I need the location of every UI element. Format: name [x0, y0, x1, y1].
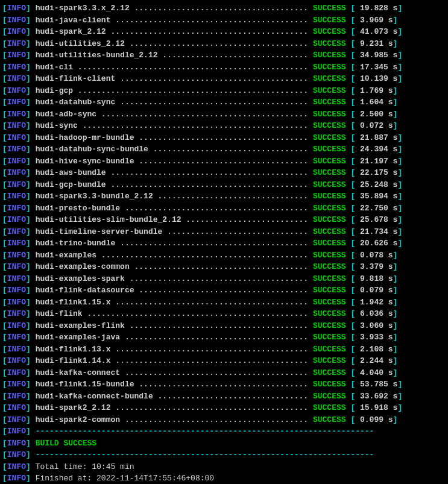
module-line: [INFO] hudi-examples-spark .............…	[2, 273, 446, 285]
module-status: SUCCESS	[313, 380, 346, 389]
module-status: SUCCESS	[313, 192, 346, 201]
module-time: 0.078 s	[355, 251, 393, 260]
module-time: 33.692 s	[355, 392, 397, 401]
module-name: hudi-utilities-slim-bundle_2.12 ........…	[36, 215, 308, 224]
module-time: 2.500 s	[355, 110, 393, 119]
module-name: hudi-trino-bundle ......................…	[36, 239, 308, 248]
module-status: SUCCESS	[313, 86, 346, 95]
module-status: SUCCESS	[313, 4, 346, 13]
module-name: hudi-examples ..........................…	[36, 251, 308, 260]
module-name: hudi-examples-spark ....................…	[36, 274, 308, 283]
module-status: SUCCESS	[313, 356, 346, 365]
module-line: [INFO] hudi-kafka-connect-bundle .......…	[2, 391, 446, 403]
module-status: SUCCESS	[313, 27, 346, 36]
module-line: [INFO] hudi-spark3.3-bundle_2.12 .......…	[2, 190, 446, 203]
module-time: 24.394 s	[355, 145, 397, 154]
module-line: [INFO] hudi-utilities-bundle_2.12 ......…	[2, 49, 446, 61]
module-status: SUCCESS	[313, 16, 346, 25]
module-name: hudi-flink-datasource ..................…	[36, 286, 308, 295]
module-time: 3.933 s	[355, 333, 393, 342]
module-name: hudi-aws-bundle ........................…	[36, 168, 308, 177]
module-line: [INFO] hudi-examples-flink .............…	[2, 320, 446, 332]
module-time: 19.828 s	[355, 4, 397, 13]
module-name: hudi-java-client .......................…	[36, 16, 308, 25]
module-line: [INFO] hudi-gcp ........................…	[2, 85, 446, 97]
module-status: SUCCESS	[313, 121, 346, 130]
module-time: 34.985 s	[355, 51, 397, 60]
module-name: hudi-flink1.15.x .......................…	[36, 298, 308, 307]
module-name: hudi-utilities_2.12 ....................…	[36, 39, 308, 48]
module-name: hudi-cli ...............................…	[36, 63, 308, 72]
module-time: 35.894 s	[355, 192, 397, 201]
module-time: 3.969 s	[355, 16, 393, 25]
module-name: hudi-spark_2.12 ........................…	[36, 27, 308, 36]
module-status: SUCCESS	[313, 286, 346, 295]
maven-build-output: [INFO] hudi-spark3.3.x_2.12 ............…	[2, 2, 446, 484]
module-line: [INFO] hudi-gcp-bundle .................…	[2, 179, 446, 191]
module-time: 25.678 s	[355, 215, 397, 224]
module-status: SUCCESS	[313, 98, 346, 107]
module-line: [INFO] hudi-hadoop-mr-bundle ...........…	[2, 132, 446, 144]
module-time: 21.734 s	[355, 227, 397, 236]
module-status: SUCCESS	[313, 415, 346, 424]
module-name: hudi-flink1.13.x .......................…	[36, 345, 308, 354]
module-line: [INFO] hudi-sync .......................…	[2, 120, 446, 132]
module-name: hudi-kafka-connect-bundle ..............…	[36, 392, 308, 401]
module-status: SUCCESS	[313, 321, 346, 330]
module-name: hudi-examples-flink ....................…	[36, 321, 308, 330]
module-status: SUCCESS	[313, 180, 346, 189]
module-status: SUCCESS	[313, 145, 346, 154]
module-line: [INFO] hudi-datahub-sync ...............…	[2, 96, 446, 108]
module-name: hudi-flink-client ......................…	[36, 74, 308, 83]
module-status: SUCCESS	[313, 345, 346, 354]
module-status: SUCCESS	[313, 298, 346, 307]
module-name: hudi-datahub-sync ......................…	[36, 98, 308, 107]
module-line: [INFO] hudi-spark2_2.12 ................…	[2, 402, 446, 414]
module-time: 3.060 s	[355, 321, 393, 330]
module-time: 6.036 s	[355, 309, 393, 318]
module-time: 1.769 s	[355, 86, 393, 95]
module-status: SUCCESS	[313, 403, 346, 412]
module-time: 17.345 s	[355, 63, 397, 72]
module-status: SUCCESS	[313, 239, 346, 248]
module-status: SUCCESS	[313, 168, 346, 177]
module-time: 3.379 s	[355, 262, 393, 271]
module-line: [INFO] hudi-presto-bundle ..............…	[2, 203, 446, 215]
module-line: [INFO] hudi-flink1.13.x ................…	[2, 344, 446, 356]
module-name: hudi-gcp ...............................…	[36, 86, 308, 95]
module-name: hudi-examples-java .....................…	[36, 333, 308, 342]
module-line: [INFO] hudi-spark3.3.x_2.12 ............…	[2, 2, 446, 14]
module-name: hudi-kafka-connect .....................…	[36, 368, 308, 377]
module-line: [INFO] hudi-spark2-common ..............…	[2, 414, 446, 426]
module-status: SUCCESS	[313, 215, 346, 224]
module-line: [INFO] hudi-timeline-server-bundle .....…	[2, 226, 446, 238]
module-line: [INFO] hudi-flink1.15-bundle ...........…	[2, 379, 446, 391]
finished-at-line: [INFO] Finished at: 2022-11-14T17:55:46+…	[2, 473, 446, 484]
module-status: SUCCESS	[313, 133, 346, 142]
module-name: hudi-spark2_2.12 .......................…	[36, 403, 308, 412]
module-line: [INFO] hudi-flink ......................…	[2, 308, 446, 320]
module-line: [INFO] hudi-utilities_2.12 .............…	[2, 38, 446, 50]
module-line: [INFO] hudi-flink1.14.x ................…	[2, 355, 446, 367]
module-time: 2.108 s	[355, 345, 393, 354]
module-name: hudi-sync ..............................…	[36, 121, 308, 130]
module-time: 15.918 s	[355, 403, 397, 412]
module-line: [INFO] hudi-trino-bundle ...............…	[2, 237, 446, 250]
module-status: SUCCESS	[313, 157, 346, 166]
module-name: hudi-examples-common ...................…	[36, 262, 308, 271]
module-line: [INFO] hudi-utilities-slim-bundle_2.12 .…	[2, 214, 446, 226]
module-name: hudi-timeline-server-bundle ............…	[36, 227, 308, 236]
module-time: 0.079 s	[355, 286, 393, 295]
module-name: hudi-spark2-common .....................…	[36, 415, 308, 424]
module-name: hudi-adb-sync ..........................…	[36, 110, 308, 119]
module-status: SUCCESS	[313, 204, 346, 213]
module-time: 53.785 s	[355, 380, 397, 389]
module-time: 21.197 s	[355, 157, 397, 166]
module-name: hudi-presto-bundle .....................…	[36, 204, 308, 213]
module-time: 22.750 s	[355, 204, 397, 213]
module-name: hudi-flink .............................…	[36, 309, 308, 318]
module-name: hudi-utilities-bundle_2.12 .............…	[36, 51, 308, 60]
module-line: [INFO] hudi-examples-common ............…	[2, 261, 446, 273]
module-time: 20.626 s	[355, 239, 397, 248]
module-status: SUCCESS	[313, 63, 346, 72]
